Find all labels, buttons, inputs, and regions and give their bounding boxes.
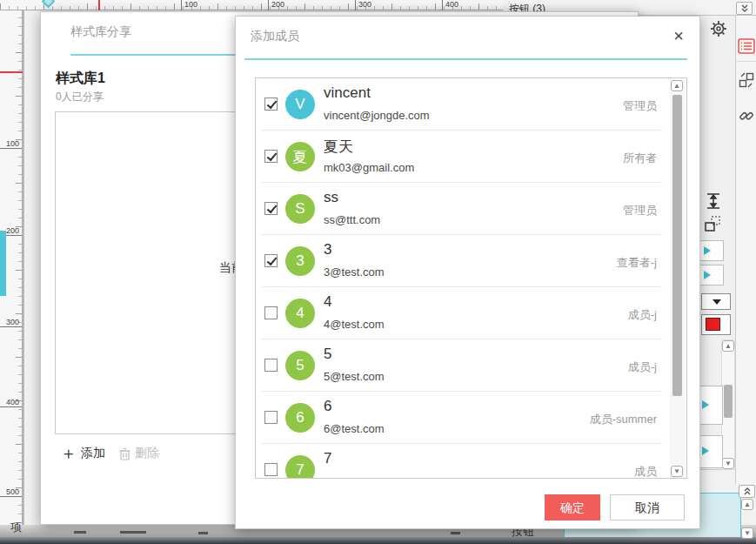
trash-icon [119,447,130,460]
member-role: 成员 [634,464,657,479]
style-list-icon[interactable] [738,38,755,54]
ruler-origin-marker-vertical [98,0,100,10]
statusbar-mark [451,532,460,534]
member-checkbox[interactable] [264,411,278,424]
avatar: 3 [285,246,315,276]
member-role: 成员-j [628,307,657,323]
panel-scrollbar[interactable]: ▲ ▼ [721,339,735,470]
member-email: ss@ttt.com [324,213,380,226]
status-bar-dark-strip [0,537,756,544]
member-email: 5@test.com [324,370,385,383]
member-name: ss [324,189,338,206]
member-checkbox[interactable] [264,463,278,476]
member-row[interactable]: 7 7 成员 [256,444,686,479]
play-icon [702,400,709,409]
member-checkbox[interactable] [264,359,278,372]
member-name: 7 [324,450,331,467]
modal-title: 添加成员 [251,29,299,44]
add-member-modal: 添加成员 × V vincent vincent@jongde.com 管理员 … [235,16,700,529]
member-email: vincent@jongde.com [324,109,430,122]
chevron-double-up-icon[interactable] [739,485,755,498]
play-icon [704,246,711,255]
share-count: 0人已分享 [56,90,104,104]
collapse-left-arrow-icon[interactable] [0,259,6,269]
member-checkbox[interactable] [264,97,278,111]
dropdown-button[interactable] [701,293,731,310]
vertical-spacing-icon[interactable] [704,191,723,211]
scroll-down-icon[interactable]: ▼ [722,458,734,469]
member-email: 3@test.com [324,265,385,279]
empty-hint-text: 当前 [219,260,237,276]
member-row[interactable]: 3 3 3@test.com 查看者-j [256,235,686,287]
member-row[interactable]: 5 5 5@test.com 成员-j [256,339,686,392]
member-name: 3 [324,241,331,259]
member-role: 所有者 [623,151,657,166]
delete-label: 删除 [135,446,159,461]
color-swatch-button[interactable] [701,314,731,335]
member-checkbox[interactable] [264,202,278,215]
member-email: mk03@gmail.com [324,161,414,174]
member-row[interactable]: V vincent vincent@jongde.com 管理员 [256,78,686,131]
avatar: 7 [285,455,315,479]
confirm-button[interactable]: 确定 [545,494,600,520]
delete-button[interactable]: 删除 [119,446,159,461]
gear-icon[interactable] [710,20,727,37]
scroll-up-icon[interactable]: ▲ [722,340,734,352]
ruler-horizontal: 100 200 300 400 [0,0,503,10]
plus-icon: ＋ [60,447,77,460]
group-icon[interactable] [702,214,723,235]
member-email: 4@test.com [324,318,385,331]
member-role: 查看者-j [617,255,657,271]
play-icon [702,447,709,455]
scrollbar-thumb[interactable] [724,385,733,418]
avatar: 5 [285,351,315,380]
avatar: 6 [285,403,315,433]
member-role: 管理员 [623,203,657,218]
scroll-up-icon[interactable]: ▲ [741,499,753,510]
avatar: S [285,194,315,224]
avatar: 夏 [285,142,315,171]
member-row[interactable]: 4 4 4@test.com 成员-j [256,287,686,339]
dialog-title: 样式库分享 [70,24,131,40]
member-role: 成员-j [628,359,657,375]
component-icon[interactable] [738,71,755,89]
red-color-swatch [706,318,720,331]
member-checkbox[interactable] [264,150,278,163]
properties-panel-strip: ▲ ▼ [696,16,735,470]
scroll-down-icon[interactable]: ▼ [671,466,683,477]
member-name: 夏天 [324,137,353,157]
scroll-down-icon[interactable]: ▼ [741,527,753,539]
cancel-button[interactable]: 取消 [610,494,685,520]
divider [244,58,687,60]
play-icon [704,271,711,279]
member-row[interactable]: 6 6 6@test.com 成员-summer [256,392,686,444]
avatar: 4 [285,299,315,328]
statusbar-mark [120,531,146,534]
member-role: 成员-summer [590,412,657,427]
member-row[interactable]: S ss ss@ttt.com 管理员 [256,183,686,235]
member-role: 管理员 [623,98,657,114]
status-left-label: 项 [10,520,22,535]
ruler-origin-marker-horizontal [0,71,23,73]
canvas-page-edge [23,10,24,525]
member-checkbox[interactable] [264,254,278,267]
member-name: 4 [324,293,331,311]
add-button[interactable]: ＋ 添加 [60,446,105,461]
member-name: 5 [324,346,331,363]
member-checkbox[interactable] [264,306,278,319]
chevron-double-down-icon[interactable] [736,2,753,15]
member-email: 6@test.com [324,422,385,435]
chevron-down-icon [713,299,721,305]
scrollbar-thumb[interactable] [672,95,682,396]
link-icon[interactable] [739,108,754,124]
statusbar-mark [198,532,208,534]
right-toolbar [735,16,756,484]
library-name: 样式库1 [56,70,105,88]
member-list-scrollbar[interactable]: ▲ ▼ [670,80,685,478]
avatar: V [285,90,315,119]
scroll-up-icon[interactable]: ▲ [671,80,683,91]
member-name: vincent [324,84,371,102]
member-list: V vincent vincent@jongde.com 管理员 夏 夏天 mk… [255,77,687,479]
member-row[interactable]: 夏 夏天 mk03@gmail.com 所有者 [256,131,686,183]
close-icon[interactable]: × [673,27,684,44]
